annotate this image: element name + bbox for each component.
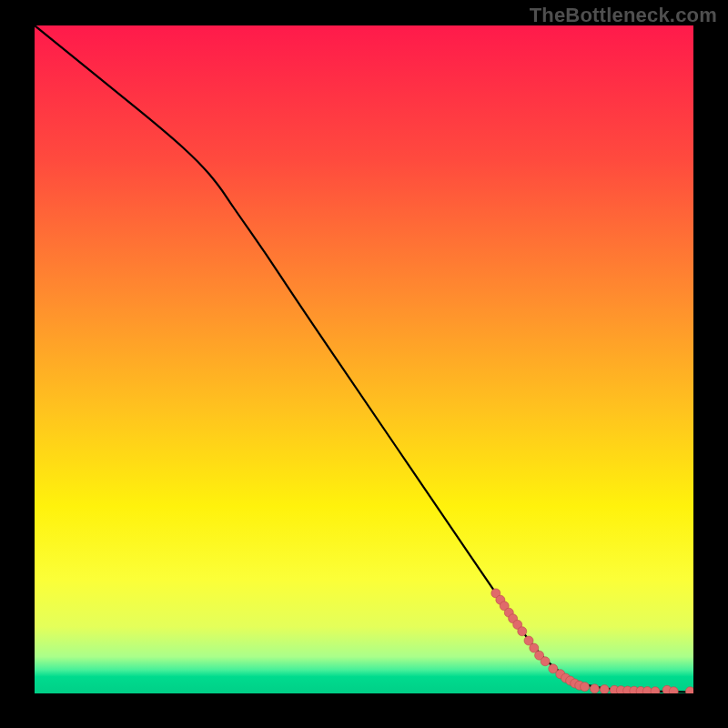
chart-svg [35,25,693,693]
data-point [651,687,660,693]
data-point [600,685,609,693]
data-point [669,687,678,693]
data-point [590,684,599,693]
data-point [581,682,590,692]
gradient-background [35,25,693,693]
watermark-text: TheBottleneck.com [530,4,717,27]
data-point [518,627,527,636]
data-point [642,687,652,693]
plot-area [35,25,693,693]
data-point [541,657,550,666]
figure-root: TheBottleneck.com [0,0,728,728]
